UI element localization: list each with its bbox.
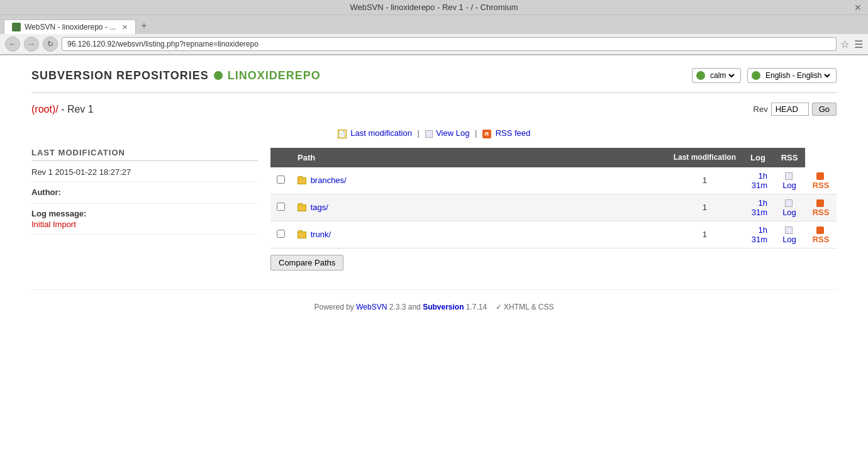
theme-select[interactable]: calm [708, 70, 737, 81]
sidebar: LAST MODIFICATION Rev 1 2015-01-22 18:27… [31, 148, 258, 271]
table-row: trunk/ 1 1h 31m Log RSS [270, 221, 837, 248]
repo-globe-icon [214, 71, 223, 80]
footer-and: and [408, 303, 421, 311]
rss-feed-link[interactable]: RSS feed [496, 128, 531, 138]
row-path-cell: tags/ [291, 194, 667, 221]
rev-control-label: Rev [754, 104, 768, 114]
row-rss-cell: RSS [805, 221, 837, 248]
rev-label: - Rev 1 [61, 104, 94, 115]
path-link[interactable]: trunk/ [311, 230, 331, 239]
lang-selector[interactable]: English - English [747, 68, 837, 83]
log-link[interactable]: Log [782, 181, 796, 190]
path-link[interactable]: tags/ [311, 203, 328, 212]
new-tab-button[interactable]: + [136, 18, 152, 34]
row-checkbox[interactable] [277, 203, 285, 211]
last-modification-heading: LAST MODIFICATION [31, 148, 258, 161]
tab-bar: WebSVN - linoxiderepo - ... ✕ + [0, 15, 868, 34]
compare-paths-button[interactable]: Compare Paths [270, 255, 343, 271]
nav-bar: ← → ↻ ☆ ☰ [0, 34, 868, 55]
subversion-link[interactable]: Subversion [423, 303, 464, 311]
lm-rev: Rev 1 2015-01-22 18:27:27 [31, 167, 258, 182]
websvn-link[interactable]: WebSVN [356, 303, 387, 311]
rss-icon [816, 172, 824, 180]
footer-powered-by: Powered by [314, 303, 354, 311]
close-button[interactable]: ✕ [854, 3, 862, 13]
theme-icon [696, 71, 705, 80]
log-icon [785, 172, 793, 180]
breadcrumb-row: (root)/ - Rev 1 Rev Go [31, 103, 837, 116]
back-button[interactable]: ← [5, 36, 20, 52]
window-title: WebSVN - linoxiderepo - Rev 1 - / - Chro… [350, 3, 518, 12]
row-checkbox[interactable] [277, 176, 285, 184]
table-row: tags/ 1 1h 31m Log RSS [270, 194, 837, 221]
rss-icon [816, 226, 824, 234]
lang-icon [752, 71, 760, 80]
address-bar[interactable] [62, 37, 837, 51]
reload-button[interactable]: ↻ [43, 36, 58, 52]
breadcrumb: (root)/ - Rev 1 [31, 104, 94, 115]
log-label: Log message: [31, 209, 258, 218]
rss-feed-icon: R [482, 130, 491, 138]
lang-select[interactable]: English - English [763, 70, 832, 81]
repo-name: LINOXIDEREPO [228, 69, 321, 82]
row-path-cell: trunk/ [291, 221, 667, 248]
rss-link[interactable]: RSS [813, 181, 830, 190]
row-path-cell: branches/ [291, 167, 667, 194]
lastmod-icon: 📄 [338, 130, 347, 138]
row-checkbox[interactable] [277, 230, 285, 238]
lm-log-section: Log message: Initial Import [31, 209, 258, 235]
log-link[interactable]: Log [782, 235, 796, 244]
bookmark-icon[interactable]: ☆ [840, 38, 849, 50]
repo-title: SUBVERSION REPOSITORIES LINOXIDEREPO [31, 69, 321, 82]
page-header: SUBVERSION REPOSITORIES LINOXIDEREPO cal… [31, 68, 837, 93]
row-timeago-cell: 1h 31m [742, 221, 774, 248]
tab-favicon [12, 23, 21, 31]
sep1: | [418, 128, 422, 138]
tab-close-button[interactable]: ✕ [122, 23, 128, 31]
row-rss-cell: RSS [805, 194, 837, 221]
page-content: SUBVERSION REPOSITORIES LINOXIDEREPO cal… [13, 55, 855, 337]
rss-icon [816, 199, 824, 207]
row-log-cell: Log [774, 221, 805, 248]
log-link[interactable]: Log [782, 208, 796, 217]
path-header: Path [291, 148, 667, 167]
forward-button[interactable]: → [24, 36, 39, 52]
folder-icon [298, 177, 306, 184]
root-link[interactable]: (root)/ [31, 104, 58, 115]
header-controls: calm English - English [692, 68, 837, 83]
author-label: Author: [31, 187, 258, 197]
log-message: Initial Import [31, 220, 258, 229]
rev-input[interactable] [771, 103, 809, 116]
footer-sv-version: 1.7.14 [466, 303, 487, 311]
subversion-label: Subversion [423, 303, 464, 311]
browser-chrome: WebSVN - linoxiderepo - Rev 1 - / - Chro… [0, 0, 868, 55]
path-table: Path Last modification Log RSS branches/… [270, 148, 837, 249]
rev-control: Rev Go [754, 103, 837, 116]
rss-link[interactable]: RSS [813, 235, 830, 244]
quick-links: 📄 Last modification | View Log | R RSS f… [31, 128, 837, 138]
subversion-label: SUBVERSION REPOSITORIES [31, 69, 209, 82]
menu-icon[interactable]: ☰ [854, 38, 863, 50]
rss-link[interactable]: RSS [813, 208, 830, 217]
table-row: branches/ 1 1h 31m Log RSS [270, 167, 837, 194]
footer-xhtml [489, 303, 496, 311]
path-link[interactable]: branches/ [311, 176, 347, 185]
sep2: | [475, 128, 479, 138]
tab-label: WebSVN - linoxiderepo - ... [25, 23, 116, 31]
browser-tab[interactable]: WebSVN - linoxiderepo - ... ✕ [4, 20, 136, 34]
footer-css-label: & CSS [531, 303, 554, 311]
row-checkbox-cell [270, 221, 291, 248]
theme-selector[interactable]: calm [692, 68, 741, 83]
folder-icon [298, 204, 306, 211]
row-rev-cell: 1 [667, 221, 742, 248]
row-rev-cell: 1 [667, 194, 742, 221]
row-rss-cell: RSS [805, 167, 837, 194]
log-icon [785, 199, 793, 207]
title-bar: WebSVN - linoxiderepo - Rev 1 - / - Chro… [0, 0, 868, 15]
view-log-link[interactable]: View Log [436, 128, 469, 138]
last-modification-link[interactable]: Last modification [350, 128, 412, 138]
go-button[interactable]: Go [812, 103, 837, 116]
page-footer: Powered by WebSVN 2.3.3 and Subversion 1… [31, 289, 837, 324]
row-log-cell: Log [774, 194, 805, 221]
folder-icon [298, 232, 306, 238]
